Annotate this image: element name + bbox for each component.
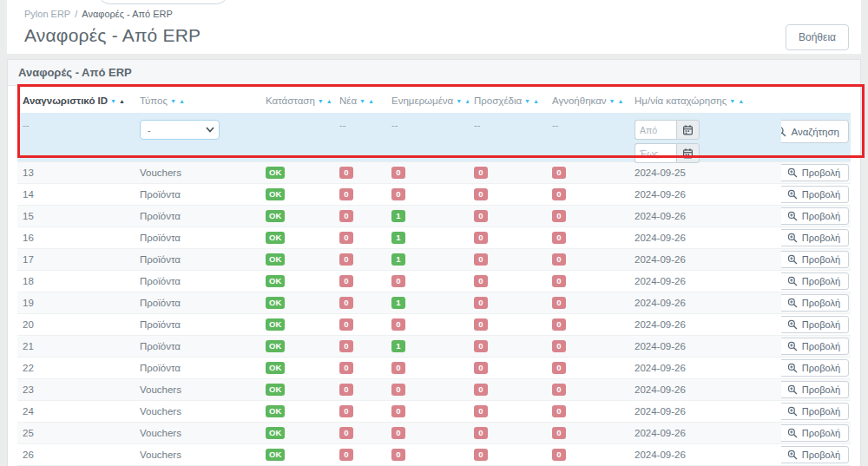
drafts-count-badge: 0 [474,253,488,266]
row-type: Προϊόντα [135,316,260,333]
status-badge: OK [266,427,285,439]
column-header-id[interactable]: Αναγνωριστικό ID▼▲ [17,92,135,109]
ignored-count-badge: 0 [552,297,566,309]
column-header-ignored[interactable]: Αγνοήθηκαν▼▲ [547,92,629,109]
sort-asc-icon[interactable]: ▲ [179,98,185,104]
row-date: 2024-09-25 [629,164,781,181]
sort-asc-icon[interactable]: ▲ [533,98,539,104]
filter-row: -- - -- -- -- -- [17,113,851,161]
sort-desc-icon[interactable]: ▼ [609,98,615,104]
sort-desc-icon[interactable]: ▼ [524,98,530,104]
calendar-button[interactable] [676,143,700,163]
view-button[interactable]: Προβολή [781,359,849,377]
column-header-type[interactable]: Τύπος▼▲ [135,92,260,109]
row-type: Προϊόντα [135,338,260,355]
row-date: 2024-09-26 [629,294,781,312]
ignored-count-badge: 0 [552,340,566,352]
column-header-updated[interactable]: Ενημερωμένα▼▲ [386,92,469,109]
view-button[interactable]: Προβολή [781,381,849,398]
table-row: 22 Προϊόντα OK 0 0 0 0 2024-09-26 Προβολ… [17,357,851,378]
new-count-badge: 0 [339,188,353,200]
row-date: 2024-09-26 [629,381,781,398]
search-button[interactable]: Αναζήτηση [781,120,849,143]
sort-desc-icon[interactable]: ▼ [170,98,176,104]
new-count-badge: 0 [339,362,353,374]
sort-desc-icon[interactable]: ▼ [729,98,735,104]
table-row: 24 Vouchers OK 0 0 0 0 2024-09-26 Προβολ… [17,400,851,422]
new-count-badge: 0 [339,405,353,417]
column-header-status[interactable]: Κατάσταση▼▲ [260,92,334,109]
view-button[interactable]: Προβολή [781,251,849,268]
view-button[interactable]: Προβολή [781,424,849,442]
sort-desc-icon[interactable]: ▼ [318,98,324,104]
row-id: 22 [17,359,135,377]
row-id: 18 [17,272,135,290]
search-bar-remnant [98,0,228,4]
row-type: Vouchers [135,424,260,442]
view-button[interactable]: Προβολή [781,338,849,355]
zoom-in-icon [787,233,798,243]
row-type: Προϊόντα [135,294,260,312]
breadcrumb-separator: / [75,9,77,19]
status-badge: OK [266,232,285,244]
row-id: 19 [17,294,135,312]
ignored-count-badge: 0 [552,362,566,374]
ignored-count-badge: 0 [552,253,566,266]
view-button-label: Προβολή [802,189,840,200]
view-button[interactable]: Προβολή [781,164,849,181]
view-button-label: Προβολή [802,319,840,330]
ignored-count-badge: 0 [552,210,566,222]
sort-desc-icon[interactable]: ▼ [456,98,462,104]
row-type: Προϊόντα [135,251,260,268]
view-button[interactable]: Προβολή [781,229,849,246]
status-badge: OK [266,318,285,331]
date-to-input[interactable] [635,143,676,163]
table-row: 16 Προϊόντα OK 0 1 0 0 2024-09-26 Προβολ… [17,226,851,248]
status-badge: OK [266,340,285,352]
sort-asc-icon[interactable]: ▲ [368,98,374,104]
view-button[interactable]: Προβολή [781,294,849,312]
row-type: Vouchers [135,446,260,463]
new-filter-placeholder: -- [334,113,386,134]
view-button[interactable]: Προβολή [781,403,849,420]
view-button[interactable]: Προβολή [781,272,849,290]
view-button-label: Προβολή [802,341,840,351]
column-header-new[interactable]: Νέα▼▲ [334,92,386,109]
view-button[interactable]: Προβολή [781,446,849,463]
view-button[interactable]: Προβολή [781,186,849,203]
row-id: 24 [17,403,135,420]
sort-desc-icon[interactable]: ▼ [110,98,116,104]
date-from-input[interactable] [635,120,676,140]
new-count-badge: 0 [339,297,353,309]
row-id: 14 [17,186,135,203]
search-button-label: Αναζήτηση [791,127,839,137]
sort-asc-icon[interactable]: ▲ [326,98,332,104]
table-row: 17 Προϊόντα OK 0 1 0 0 2024-09-26 Προβολ… [17,248,851,270]
row-type: Προϊόντα [135,207,260,225]
row-date: 2024-09-26 [629,359,781,377]
table-body: 13 Vouchers OK 0 0 0 0 2024-09-25 Προβολ… [17,161,851,466]
sort-asc-icon[interactable]: ▲ [738,98,744,104]
ignored-count-badge: 0 [552,384,566,396]
column-header-date[interactable]: Ημ/νία καταχώρησης▼▲ [629,92,781,109]
updated-count-badge: 0 [391,188,405,200]
sort-asc-icon[interactable]: ▲ [119,98,125,104]
view-button[interactable]: Προβολή [781,316,849,333]
help-button[interactable]: Βοήθεια [786,24,849,50]
sort-asc-icon[interactable]: ▲ [618,98,624,104]
drafts-count-badge: 0 [474,362,488,374]
sort-desc-icon[interactable]: ▼ [359,98,365,104]
view-button-label: Προβολή [802,406,840,417]
reports-table: Αναγνωριστικό ID▼▲ Τύπος▼▲ Κατάσταση▼▲ Ν… [17,89,851,466]
table-row: 26 Vouchers OK 0 0 0 0 2024-09-26 Προβολ… [17,443,851,465]
type-filter-select[interactable]: - [140,120,220,140]
date-to-group [635,143,776,163]
ignored-count-badge: 0 [552,188,566,200]
row-date: 2024-09-26 [629,424,781,442]
drafts-count-badge: 0 [474,318,488,331]
breadcrumb-root-link[interactable]: Pylon ERP [24,9,70,19]
view-button[interactable]: Προβολή [781,207,849,225]
calendar-button[interactable] [676,120,700,140]
column-header-drafts[interactable]: Προσχέδια▼▲ [469,92,547,109]
column-header-actions [781,97,851,104]
